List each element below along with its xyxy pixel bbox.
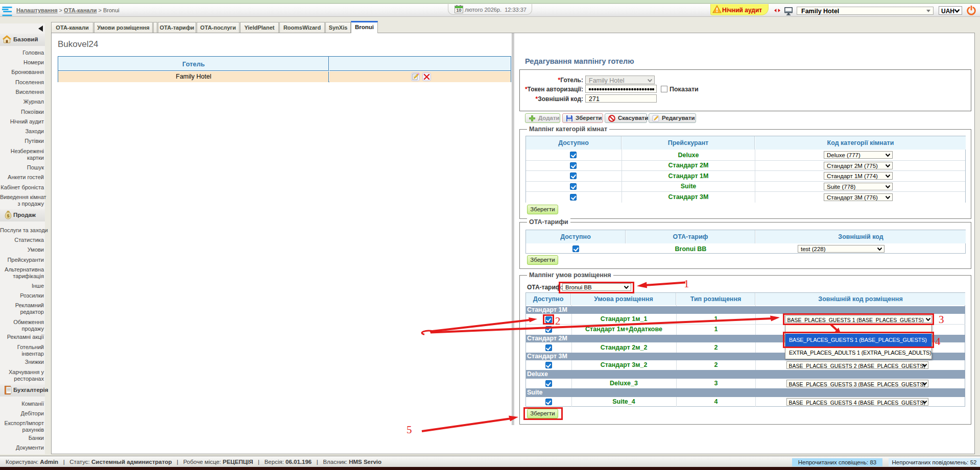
svg-text:$: $ — [7, 213, 9, 218]
svg-text:10: 10 — [456, 8, 461, 13]
